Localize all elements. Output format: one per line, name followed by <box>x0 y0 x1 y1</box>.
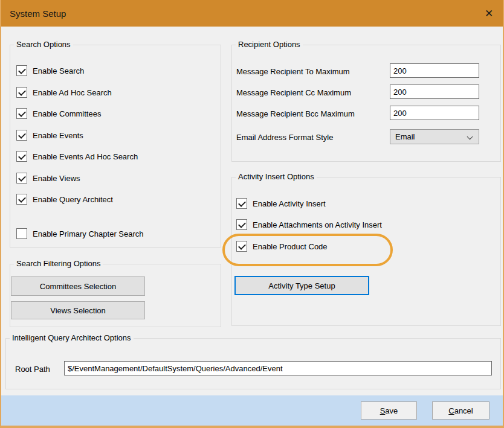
cc-maximum-label: Message Recipient Cc Maximum <box>236 88 351 97</box>
checkbox-row-enable-search[interactable]: Enable Search <box>16 65 84 76</box>
checkbox-label: Enable Product Code <box>253 242 328 251</box>
title-bar: System Setup ✕ <box>0 0 504 27</box>
views-selection-button-label: Views Selection <box>50 306 106 315</box>
field-row-email-format-style: Email Address Format Style <box>236 130 333 145</box>
checkbox-row-enable-activity-insert[interactable]: Enable Activity Insert <box>236 198 326 209</box>
search-filtering-group-title: Search Filtering Options <box>14 259 103 268</box>
checkbox-label: Enable Views <box>33 174 80 183</box>
checkbox-label: Enable Events <box>33 131 83 140</box>
checkbox-row-enable-ad-hoc-search[interactable]: Enable Ad Hoc Search <box>16 87 112 98</box>
committees-selection-button[interactable]: Committees Selection <box>11 276 145 296</box>
checkbox-label: Enable Committees <box>33 109 101 118</box>
checkbox-row-enable-product-code[interactable]: Enable Product Code <box>236 241 328 252</box>
checkbox-row-enable-query-architect[interactable]: Enable Query Architect <box>16 194 113 205</box>
root-path-label-row: Root Path <box>15 362 50 376</box>
cc-maximum-input[interactable] <box>390 85 479 99</box>
close-icon[interactable]: ✕ <box>480 5 498 22</box>
search-options-group: Search Options Enable Search Enable Ad H… <box>10 45 221 248</box>
system-setup-dialog: System Setup ✕ Search Options Enable Sea… <box>0 0 504 428</box>
query-architect-group-title: Intelligent Query Architect Options <box>10 333 134 342</box>
recipient-options-group-title: Recipient Options <box>236 40 303 49</box>
enable-views-checkbox[interactable] <box>16 173 27 184</box>
field-row-cc-maximum: Message Recipient Cc Maximum <box>236 85 351 100</box>
root-path-input[interactable] <box>64 361 492 375</box>
save-button-label: Save <box>380 406 398 415</box>
enable-activity-insert-checkbox[interactable] <box>236 198 247 209</box>
checkbox-row-enable-events[interactable]: Enable Events <box>16 130 83 141</box>
dialog-title: System Setup <box>10 8 66 19</box>
checkbox-label: Enable Search <box>33 66 84 75</box>
checkbox-row-enable-committees[interactable]: Enable Committees <box>16 108 101 119</box>
checkbox-label: Enable Activity Insert <box>253 199 326 208</box>
to-maximum-label: Message Recipient To Maximum <box>236 67 350 76</box>
enable-committees-checkbox[interactable] <box>16 108 27 119</box>
activity-insert-group: Activity Insert Options Enable Activity … <box>231 177 501 326</box>
checkbox-label: Enable Events Ad Hoc Search <box>33 152 138 161</box>
enable-ad-hoc-search-checkbox[interactable] <box>16 87 27 98</box>
checkbox-row-enable-primary-chapter-search[interactable]: Enable Primary Chapter Search <box>16 228 144 239</box>
root-path-label: Root Path <box>15 365 50 374</box>
search-options-group-title: Search Options <box>14 40 73 49</box>
cancel-button-label: Cancel <box>448 406 473 415</box>
enable-primary-chapter-search-checkbox[interactable] <box>16 228 27 239</box>
checkbox-row-enable-views[interactable]: Enable Views <box>16 173 80 184</box>
field-row-bcc-maximum: Message Recipient Bcc Maximum <box>236 106 355 121</box>
activity-insert-group-title: Activity Insert Options <box>236 172 317 181</box>
checkbox-label: Enable Query Architect <box>33 195 113 204</box>
checkbox-row-enable-events-ad-hoc-search[interactable]: Enable Events Ad Hoc Search <box>16 151 138 162</box>
views-selection-button[interactable]: Views Selection <box>11 301 145 319</box>
enable-events-checkbox[interactable] <box>16 130 27 141</box>
checkbox-row-enable-attachments-on-activity-insert[interactable]: Enable Attachments on Activity Insert <box>236 219 382 230</box>
bcc-maximum-label: Message Recipient Bcc Maximum <box>236 109 355 118</box>
chevron-down-icon <box>467 134 473 140</box>
enable-search-checkbox[interactable] <box>16 65 27 76</box>
committees-selection-button-label: Committees Selection <box>40 282 116 291</box>
enable-query-architect-checkbox[interactable] <box>16 194 27 205</box>
email-format-style-dropdown[interactable]: Email <box>390 129 479 144</box>
footer-bar: Save Cancel <box>0 395 504 426</box>
checkbox-label: Enable Primary Chapter Search <box>33 229 144 238</box>
email-format-style-label: Email Address Format Style <box>236 133 333 142</box>
email-format-style-value: Email <box>395 132 415 141</box>
enable-attachments-checkbox[interactable] <box>236 219 247 230</box>
enable-events-ad-hoc-search-checkbox[interactable] <box>16 151 27 162</box>
checkbox-label: Enable Attachments on Activity Insert <box>253 220 382 229</box>
field-row-to-maximum: Message Recipient To Maximum <box>236 64 350 78</box>
checkbox-label: Enable Ad Hoc Search <box>33 88 112 97</box>
activity-type-setup-button[interactable]: Activity Type Setup <box>234 276 369 295</box>
enable-product-code-checkbox[interactable] <box>236 241 247 252</box>
save-button[interactable]: Save <box>361 401 417 420</box>
search-filtering-group: Search Filtering Options Committees Sele… <box>10 264 221 327</box>
query-architect-group: Intelligent Query Architect Options Root… <box>5 338 501 389</box>
to-maximum-input[interactable] <box>390 63 479 78</box>
bcc-maximum-input[interactable] <box>390 106 479 120</box>
recipient-options-group: Recipient Options Message Recipient To M… <box>231 45 501 162</box>
cancel-button[interactable]: Cancel <box>432 401 489 420</box>
activity-type-setup-button-label: Activity Type Setup <box>268 281 335 290</box>
